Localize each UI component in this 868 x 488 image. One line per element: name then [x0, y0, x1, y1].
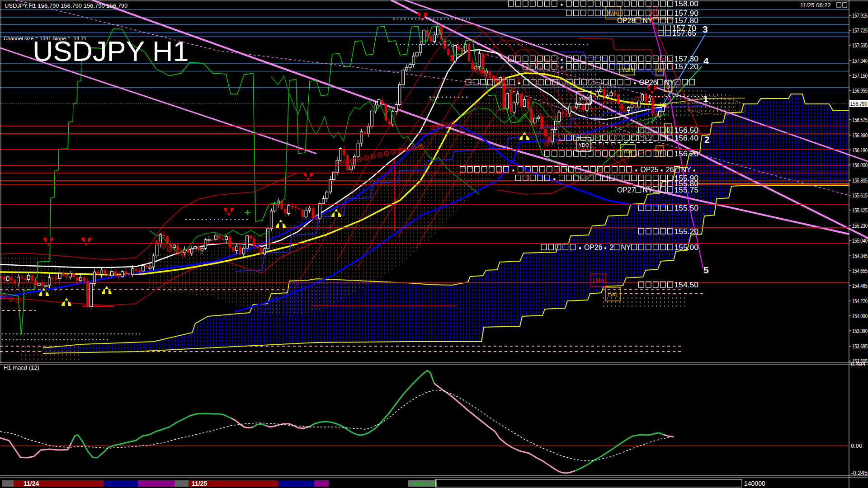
svg-text:LWL: LWL	[608, 291, 618, 298]
svg-text:26: 26	[666, 166, 674, 174]
svg-text:153.695: 153.695	[852, 343, 868, 350]
svg-text:0.494: 0.494	[851, 361, 866, 367]
svg-text:NY: NY	[621, 244, 631, 251]
svg-text:155.425: 155.425	[852, 207, 868, 214]
svg-text:USDJPY,H1 156.790 156.790 156: USDJPY,H1 156.790 156.790 156.790 156.79…	[5, 2, 127, 9]
svg-text:155.040: 155.040	[852, 238, 868, 244]
svg-text:157.80: 157.80	[675, 17, 699, 24]
svg-text:154.270: 154.270	[852, 298, 868, 305]
svg-text:NY: NY	[665, 79, 675, 86]
svg-text:0.00: 0.00	[851, 442, 862, 449]
svg-text:157.65: 157.65	[672, 29, 697, 37]
svg-text:LMH: LMH	[593, 277, 604, 284]
svg-text:158.00: 158.00	[675, 0, 699, 8]
svg-text:OP26: OP26	[584, 244, 602, 251]
svg-text:11/24: 11/24	[24, 480, 39, 487]
svg-text:157.535: 157.535	[852, 42, 868, 49]
svg-text:154.845: 154.845	[852, 253, 868, 259]
svg-text:2: 2	[704, 134, 710, 145]
svg-text:154.50: 154.50	[675, 281, 699, 289]
svg-text:LWH: LWH	[608, 10, 619, 17]
svg-text:140000: 140000	[744, 480, 765, 487]
svg-text:157.20: 157.20	[675, 63, 699, 70]
svg-text:156.790: 156.790	[850, 100, 867, 107]
svg-text:157.340: 157.340	[852, 58, 868, 64]
svg-text:156.190: 156.190	[852, 147, 868, 154]
svg-text:154.655: 154.655	[852, 268, 868, 274]
svg-text:156.20: 156.20	[675, 150, 699, 158]
svg-text:-0.245: -0.245	[851, 469, 868, 476]
svg-text:155.20: 155.20	[675, 228, 699, 235]
svg-text:W: W	[657, 149, 662, 155]
svg-text:154.465: 154.465	[852, 283, 868, 289]
svg-text:156.000: 156.000	[852, 162, 868, 169]
svg-text:157.150: 157.150	[852, 73, 868, 79]
svg-text:macd ON: macd ON	[410, 480, 436, 487]
svg-text:OP28: OP28	[617, 17, 635, 24]
svg-text:3: 3	[703, 24, 708, 34]
svg-text:157.725: 157.725	[852, 28, 868, 34]
svg-text:OP26: OP26	[639, 79, 657, 86]
svg-text:153.890: 153.890	[852, 328, 868, 334]
svg-text:157.30: 157.30	[675, 55, 699, 63]
svg-text:156.955: 156.955	[852, 88, 868, 94]
svg-text:OP27: OP27	[617, 186, 635, 194]
svg-text:155.615: 155.615	[852, 192, 868, 199]
svg-text:155.230: 155.230	[852, 223, 868, 229]
svg-text:USDJPY H1: USDJPY H1	[33, 35, 189, 67]
svg-text:D: D	[666, 127, 670, 133]
svg-text:2: 2	[609, 244, 613, 251]
svg-text:156.40: 156.40	[675, 134, 699, 142]
svg-text:4: 4	[703, 56, 709, 66]
svg-text:NY: NY	[681, 166, 692, 174]
svg-text:155.805: 155.805	[852, 178, 868, 184]
svg-text:1: 1	[703, 94, 708, 104]
svg-text:156.50: 156.50	[675, 127, 699, 134]
svg-text:YDO: YDO	[579, 142, 589, 148]
svg-text:156.575: 156.575	[852, 117, 868, 123]
svg-text:156.380: 156.380	[852, 132, 868, 139]
svg-text:154.080: 154.080	[852, 313, 868, 319]
svg-text:H1 macd (12): H1 macd (12)	[4, 364, 39, 371]
svg-text:YDC: YDC	[579, 96, 589, 101]
svg-text:NY: NY	[642, 17, 653, 24]
svg-text:155.00: 155.00	[675, 244, 699, 251]
svg-text:157.915: 157.915	[852, 13, 868, 19]
svg-text:5: 5	[703, 265, 709, 275]
svg-text:157.90: 157.90	[675, 9, 699, 17]
svg-text:11/25 06:22: 11/25 06:22	[800, 2, 831, 9]
svg-text:155.75: 155.75	[675, 186, 699, 194]
svg-text:11/25: 11/25	[192, 480, 207, 487]
svg-text:NY: NY	[642, 186, 653, 194]
svg-text:OP25: OP25	[641, 166, 659, 174]
svg-text:155.50: 155.50	[675, 204, 699, 212]
